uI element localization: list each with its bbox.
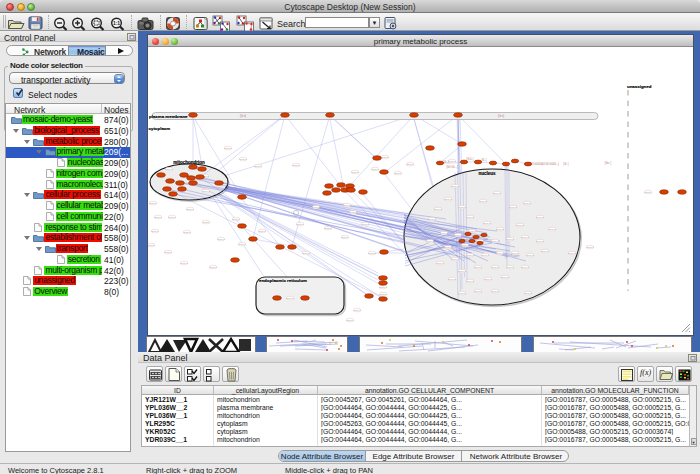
svg-text:Gene-n: Gene-n: [349, 211, 357, 213]
svg-text:Gene-n: Gene-n: [444, 198, 452, 200]
svg-text:Gene-n: Gene-n: [186, 208, 194, 210]
svg-text:Gene-n: Gene-n: [202, 221, 210, 223]
svg-text:Gene-n: Gene-n: [180, 262, 188, 264]
svg-text:Gene-n: Gene-n: [149, 202, 157, 204]
svg-text:Gene-n: Gene-n: [496, 252, 504, 254]
svg-text:Gene-n: Gene-n: [361, 223, 369, 225]
svg-text:Gene-n: Gene-n: [526, 254, 534, 256]
svg-text:Gene-n: Gene-n: [381, 156, 389, 158]
svg-text:plasma membrane: plasma membrane: [149, 114, 188, 119]
svg-text:Gene-n: Gene-n: [151, 230, 159, 232]
svg-text:Gene-n: Gene-n: [509, 206, 517, 208]
svg-text:Gene-n: Gene-n: [458, 270, 466, 272]
svg-text:[GO:0044464,GO:0044...]: [GO:0044464,GO:0044...]: [529, 162, 559, 166]
svg-text:Gene-n: Gene-n: [524, 292, 532, 294]
svg-text:Gene-n: Gene-n: [379, 293, 387, 295]
svg-text:Gene-n: Gene-n: [371, 168, 379, 170]
svg-text:Gene-n: Gene-n: [239, 158, 247, 160]
svg-text:Gene-n: Gene-n: [454, 234, 462, 236]
svg-text:Gene-n: Gene-n: [506, 238, 514, 240]
svg-text:Gene-n: Gene-n: [238, 243, 246, 245]
svg-text:cytoplasm: cytoplasm: [149, 126, 171, 131]
svg-text:Gene-n: Gene-n: [448, 278, 456, 280]
svg-text:Gene-n: Gene-n: [379, 286, 387, 288]
svg-text:Gene-n: Gene-n: [164, 251, 172, 253]
svg-text:Gene-n: Gene-n: [202, 190, 210, 192]
svg-text:Gene-n: Gene-n: [394, 172, 402, 174]
svg-text:Gene-n: Gene-n: [466, 254, 474, 256]
svg-text:mitochondrion: mitochondrion: [173, 160, 205, 165]
svg-text:Gene-n: Gene-n: [523, 202, 531, 204]
svg-text:Gene-n: Gene-n: [548, 228, 556, 230]
svg-text:Gene-n: Gene-n: [474, 266, 482, 268]
svg-text:Gene-n: Gene-n: [341, 236, 349, 238]
svg-text:Gene-n: Gene-n: [154, 216, 162, 218]
svg-text:[Ge..]: [Ge..]: [605, 161, 612, 165]
svg-text:Gene-n: Gene-n: [168, 216, 176, 218]
svg-text:Gene-n: Gene-n: [286, 297, 294, 299]
svg-text:Gene-n: Gene-n: [496, 228, 504, 230]
svg-text:Gene-n: Gene-n: [536, 216, 544, 218]
svg-text:Gene-n: Gene-n: [165, 168, 173, 170]
svg-text:Gene-n: Gene-n: [466, 216, 474, 218]
svg-text:Gene-n: Gene-n: [224, 147, 232, 149]
svg-text:nucleus: nucleus: [478, 171, 496, 176]
svg-text:Gene-n: Gene-n: [296, 223, 304, 225]
svg-text:Gene-n: Gene-n: [516, 224, 524, 226]
svg-text:Gene-n: Gene-n: [148, 244, 156, 246]
svg-text:Gene-n: Gene-n: [448, 160, 456, 162]
svg-text:Gene-n: Gene-n: [440, 232, 448, 234]
svg-text:Gene-n: Gene-n: [451, 185, 459, 187]
svg-text:unassigned: unassigned: [627, 84, 652, 89]
svg-text:Gene-n: Gene-n: [521, 266, 529, 268]
svg-text:Gene-n: Gene-n: [368, 252, 376, 254]
svg-text:Gene-n: Gene-n: [351, 171, 359, 173]
svg-text:Gene-n: Gene-n: [479, 200, 487, 202]
svg-text:Gene-n: Gene-n: [217, 238, 225, 240]
svg-text:Gene-n: Gene-n: [511, 252, 519, 254]
svg-text:Gene-n: Gene-n: [426, 240, 434, 242]
svg-text:Gene-n: Gene-n: [491, 290, 499, 292]
svg-text:Gene-n: Gene-n: [292, 164, 300, 166]
svg-text:[G:4..]: [G:4..]: [466, 157, 473, 161]
svg-text:[G-n]: [G-n]: [498, 114, 504, 118]
svg-text:Gene-n: Gene-n: [461, 244, 469, 246]
svg-text:Gene-n: Gene-n: [521, 236, 529, 238]
svg-text:Gene-n: Gene-n: [568, 252, 576, 254]
svg-text:Gene-n: Gene-n: [254, 165, 262, 167]
svg-text:Gene-n: Gene-n: [506, 266, 514, 268]
svg-text:Gene-n: Gene-n: [491, 266, 499, 268]
svg-text:Gene-n: Gene-n: [258, 230, 266, 232]
svg-text:endoplasmic reticulum: endoplasmic reticulum: [259, 278, 307, 283]
svg-text:Gene-n: Gene-n: [434, 208, 442, 210]
svg-text:Gene-n: Gene-n: [183, 231, 191, 233]
svg-text:Gene-n: Gene-n: [501, 276, 509, 278]
svg-text:[G..]: [G..]: [564, 162, 569, 166]
svg-text:Gene-n: Gene-n: [232, 218, 240, 220]
svg-text:Gene-n: Gene-n: [481, 254, 489, 256]
svg-text:Gene-n: Gene-n: [428, 218, 436, 220]
svg-text:[GO:00...]: [GO:00...]: [446, 165, 458, 169]
svg-text:Gene-n: Gene-n: [444, 246, 452, 248]
svg-text:Gene-n: Gene-n: [451, 258, 459, 260]
svg-text:Gene-n: Gene-n: [209, 266, 217, 268]
svg-text:Gene-n: Gene-n: [406, 163, 414, 165]
svg-text:Gene-n: Gene-n: [493, 192, 501, 194]
svg-text:Gene-n: Gene-n: [458, 206, 466, 208]
svg-text:Gene-n: Gene-n: [484, 278, 492, 280]
svg-text:Gene-n: Gene-n: [644, 191, 652, 193]
svg-text:Gene-n: Gene-n: [541, 250, 549, 252]
svg-text:Gene-n: Gene-n: [312, 206, 320, 208]
svg-text:Gene-n: Gene-n: [466, 280, 474, 282]
svg-text:Gene-n: Gene-n: [346, 319, 354, 321]
svg-text:Gene-n: Gene-n: [491, 240, 499, 242]
svg-text:Gene-n: Gene-n: [586, 246, 594, 248]
svg-text:[G..]: [G..]: [444, 160, 449, 164]
svg-text:1:1: 1:1: [113, 20, 120, 26]
svg-text:[G-n]: [G-n]: [240, 114, 246, 118]
svg-text:Gene-n: Gene-n: [324, 227, 332, 229]
svg-text:Gene-n: Gene-n: [302, 252, 310, 254]
svg-text:Gene-n: Gene-n: [474, 290, 482, 292]
svg-text:Gene-n: Gene-n: [353, 309, 361, 311]
svg-text:Gene-n: Gene-n: [483, 222, 491, 224]
